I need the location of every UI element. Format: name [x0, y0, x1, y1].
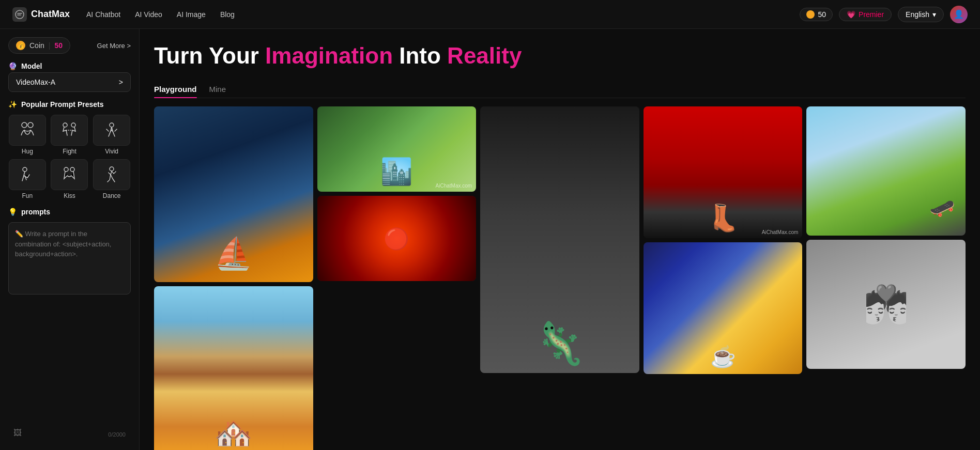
presets-grid: Hug Fight	[8, 115, 131, 199]
image-grid: AiChatMax.com AiChatMax.com	[154, 106, 966, 450]
navbar-coin-badge[interactable]: 50	[800, 8, 833, 21]
image-pirate-ship[interactable]	[154, 106, 313, 282]
model-chevron-icon: >	[119, 78, 123, 86]
get-more-button[interactable]: Get More >	[97, 42, 131, 50]
image-cafe-painting[interactable]	[644, 242, 803, 374]
image-col-3	[480, 106, 639, 450]
model-section: 🔮 Model VideoMax-A >	[8, 62, 131, 92]
content-area: Turn Your Imagination Into Reality Playg…	[140, 29, 980, 450]
main-layout: 💰 Coin | 50 Get More > 🔮 Model VideoMax-…	[0, 29, 980, 450]
sidebar: 💰 Coin | 50 Get More > 🔮 Model VideoMax-…	[0, 29, 140, 450]
preset-fun[interactable]: Fun	[8, 159, 47, 199]
presets-section-label: ✨ Popular Prompt Presets	[8, 100, 131, 108]
nav-ai-chatbot[interactable]: AI Chatbot	[86, 10, 120, 19]
presets-section: ✨ Popular Prompt Presets Hug	[8, 100, 131, 199]
model-section-label: 🔮 Model	[8, 62, 131, 70]
tab-mine[interactable]: Mine	[209, 81, 226, 98]
preset-kiss[interactable]: Kiss	[51, 159, 89, 199]
preset-vivid[interactable]: Vivid	[93, 115, 131, 155]
svg-point-4	[71, 123, 75, 127]
navbar: ChatMax AI Chatbot AI Video AI Image Blo…	[0, 0, 980, 29]
model-selected-text: VideoMax-A	[16, 78, 55, 86]
tabs: Playground Mine	[154, 81, 966, 98]
coin-label: Coin	[29, 41, 44, 50]
coin-icon	[806, 10, 815, 19]
language-label: English	[906, 10, 929, 19]
svg-point-0	[16, 10, 24, 19]
coin-row: 💰 Coin | 50 Get More >	[8, 37, 131, 54]
language-selector[interactable]: English ▾	[898, 7, 944, 22]
image-kiss-bw[interactable]	[806, 240, 966, 369]
navbar-premier-badge[interactable]: 💗 Premier	[839, 8, 892, 21]
logo-icon	[12, 7, 27, 22]
navbar-left: ChatMax AI Chatbot AI Video AI Image Blo…	[12, 7, 235, 22]
preset-kiss-label: Kiss	[64, 192, 75, 199]
prompt-counter: 0/2000	[108, 431, 126, 438]
preset-kiss-icon	[51, 159, 88, 190]
preset-fun-icon	[9, 159, 46, 190]
sidebar-coin-icon: 💰	[16, 41, 25, 50]
coin-value: 50	[54, 41, 63, 50]
prompt-textarea-wrap: 0/2000 🖼	[8, 222, 131, 442]
logo[interactable]: ChatMax	[12, 7, 70, 22]
image-legs-red-background[interactable]: AiChatMax.com	[644, 106, 803, 238]
svg-point-5	[110, 123, 114, 127]
image-col-5	[806, 106, 966, 450]
nav-links: AI Chatbot AI Video AI Image Blog	[86, 10, 235, 19]
watermark-city: AiChatMax.com	[436, 183, 472, 189]
heart-icon: 💗	[847, 10, 855, 19]
chevron-down-icon: ▾	[932, 10, 936, 19]
page-title: Turn Your Imagination Into Reality	[154, 43, 966, 68]
model-selector[interactable]: VideoMax-A >	[8, 72, 131, 92]
model-icon: 🔮	[8, 62, 17, 70]
preset-vivid-icon	[93, 115, 130, 146]
nav-ai-video[interactable]: AI Video	[135, 10, 162, 19]
presets-icon: ✨	[8, 100, 17, 108]
svg-point-6	[23, 167, 27, 172]
navbar-right: 50 💗 Premier English ▾ 👤	[800, 6, 968, 23]
svg-point-1	[22, 122, 27, 128]
image-skater[interactable]	[806, 106, 966, 236]
preset-fight-icon	[51, 115, 88, 146]
preset-dance[interactable]: Dance	[93, 159, 131, 199]
preset-fight[interactable]: Fight	[51, 115, 89, 155]
prompt-textarea[interactable]	[8, 222, 131, 294]
logo-text: ChatMax	[31, 9, 70, 20]
svg-point-8	[70, 167, 74, 172]
navbar-coin-count: 50	[818, 10, 826, 19]
title-part4: Reality	[447, 43, 522, 68]
prompts-section: 💡 prompts 0/2000 🖼	[8, 208, 131, 442]
watermark-legs: AiChatMax.com	[762, 229, 799, 235]
title-part1: Turn Your	[154, 43, 265, 68]
tab-playground[interactable]: Playground	[154, 81, 197, 98]
preset-vivid-label: Vivid	[105, 148, 118, 155]
nav-blog[interactable]: Blog	[220, 10, 235, 19]
image-col-2: AiChatMax.com	[317, 106, 477, 450]
preset-hug-icon	[9, 115, 46, 146]
svg-point-2	[28, 122, 33, 128]
svg-point-7	[64, 167, 68, 172]
image-reptile-warrior[interactable]	[480, 106, 639, 373]
prompts-icon: 💡	[8, 208, 17, 216]
nav-ai-image[interactable]: AI Image	[177, 10, 206, 19]
avatar[interactable]: 👤	[950, 6, 968, 23]
preset-fight-label: Fight	[63, 148, 76, 155]
image-tunnel[interactable]	[317, 196, 477, 281]
svg-point-9	[110, 167, 114, 171]
image-upload-icon[interactable]: 🖼	[13, 428, 22, 438]
image-miniature-city[interactable]	[154, 286, 313, 450]
preset-hug[interactable]: Hug	[8, 115, 47, 155]
image-col-1	[154, 106, 313, 450]
preset-hug-label: Hug	[22, 148, 33, 155]
title-part3: Into	[393, 43, 447, 68]
preset-dance-label: Dance	[103, 192, 121, 199]
prompts-label: 💡 prompts	[8, 208, 131, 216]
svg-point-3	[63, 123, 67, 127]
navbar-premier-label: Premier	[859, 10, 884, 19]
image-col-4: AiChatMax.com	[644, 106, 803, 450]
preset-fun-label: Fun	[22, 192, 33, 199]
sidebar-coin-info[interactable]: 💰 Coin | 50	[8, 37, 70, 54]
title-part2: Imagination	[265, 43, 393, 68]
image-aerial-city[interactable]: AiChatMax.com	[317, 106, 477, 192]
preset-dance-icon	[93, 159, 130, 190]
